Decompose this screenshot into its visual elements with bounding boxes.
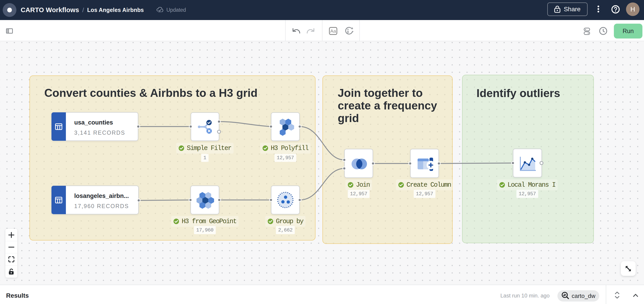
svg-text:Aa: Aa [330, 28, 336, 34]
